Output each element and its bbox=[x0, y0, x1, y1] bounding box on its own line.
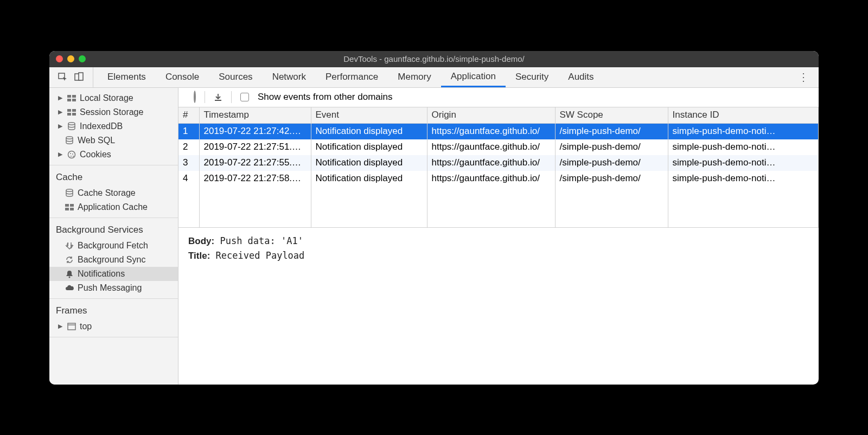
cell-num: 2 bbox=[178, 139, 199, 155]
tab-console[interactable]: Console bbox=[156, 67, 209, 87]
sidebar-group-storage: ▶ Local Storage ▶ Session Storage ▶ Inde… bbox=[49, 88, 178, 165]
sidebar-group-cache: Cache Cache Storage Application Cache bbox=[49, 165, 178, 218]
devtools-window: DevTools - gauntface.github.io/simple-pu… bbox=[49, 51, 819, 385]
svg-point-14 bbox=[70, 153, 71, 154]
maximize-button[interactable] bbox=[79, 55, 86, 62]
sidebar-item-cache-storage[interactable]: Cache Storage bbox=[49, 186, 178, 200]
tab-application[interactable]: Application bbox=[441, 67, 506, 87]
close-button[interactable] bbox=[56, 55, 63, 62]
sidebar-item-top-frame[interactable]: ▶ top bbox=[49, 319, 178, 334]
sidebar-item-label: Notifications bbox=[78, 269, 125, 279]
cell-ts: 2019-07-22 21:27:55.… bbox=[199, 155, 311, 171]
svg-point-13 bbox=[68, 151, 75, 158]
minimize-button[interactable] bbox=[67, 55, 74, 62]
table-header-row: # Timestamp Event Origin SW Scope Instan… bbox=[178, 107, 819, 124]
cell-scope: /simple-push-demo/ bbox=[555, 155, 668, 171]
sidebar-heading-cache: Cache bbox=[49, 169, 178, 186]
sidebar-item-label: Web SQL bbox=[78, 136, 115, 145]
expand-icon: ▶ bbox=[58, 323, 63, 330]
inspect-element-icon[interactable] bbox=[58, 72, 68, 82]
storage-icon bbox=[67, 95, 76, 101]
sidebar-item-label: Local Storage bbox=[80, 93, 133, 103]
col-origin[interactable]: Origin bbox=[427, 107, 555, 124]
svg-point-12 bbox=[66, 136, 73, 138]
col-event[interactable]: Event bbox=[311, 107, 427, 124]
cell-instance: simple-push-demo-noti… bbox=[668, 124, 819, 139]
sidebar-item-background-fetch[interactable]: Background Fetch bbox=[49, 239, 178, 253]
device-toolbar-icon[interactable] bbox=[74, 72, 84, 82]
sidebar-item-push-messaging[interactable]: Push Messaging bbox=[49, 281, 178, 295]
cell-scope: /simple-push-demo/ bbox=[555, 139, 668, 155]
svg-rect-8 bbox=[72, 109, 76, 112]
svg-rect-9 bbox=[67, 113, 71, 116]
cell-ts: 2019-07-22 21:27:51.… bbox=[199, 139, 311, 155]
toolbar-device-icons bbox=[49, 67, 93, 87]
application-sidebar: ▶ Local Storage ▶ Session Storage ▶ Inde… bbox=[49, 88, 178, 385]
col-timestamp[interactable]: Timestamp bbox=[199, 107, 311, 124]
expand-icon: ▶ bbox=[58, 151, 63, 158]
svg-rect-21 bbox=[65, 208, 69, 210]
expand-icon: ▶ bbox=[58, 94, 63, 101]
svg-rect-3 bbox=[67, 95, 71, 98]
tab-security[interactable]: Security bbox=[506, 67, 558, 87]
sidebar-item-background-sync[interactable]: Background Sync bbox=[49, 253, 178, 267]
save-button[interactable] bbox=[214, 93, 222, 101]
notifications-toolbar: Show events from other domains bbox=[178, 88, 819, 107]
sidebar-item-label: Push Messaging bbox=[78, 283, 142, 293]
svg-rect-7 bbox=[67, 109, 71, 112]
svg-point-11 bbox=[68, 122, 75, 124]
cell-event: Notification displayed bbox=[311, 155, 427, 171]
sidebar-heading-bg: Background Services bbox=[49, 221, 178, 239]
tab-memory[interactable]: Memory bbox=[388, 67, 441, 87]
sidebar-heading-frames: Frames bbox=[49, 302, 178, 319]
sidebar-item-cookies[interactable]: ▶ Cookies bbox=[49, 148, 178, 162]
col-swscope[interactable]: SW Scope bbox=[555, 107, 668, 124]
detail-body-label: Body: bbox=[188, 236, 214, 246]
tab-performance[interactable]: Performance bbox=[316, 67, 388, 87]
sidebar-item-local-storage[interactable]: ▶ Local Storage bbox=[49, 91, 178, 105]
sidebar-item-session-storage[interactable]: ▶ Session Storage bbox=[49, 105, 178, 119]
tab-audits[interactable]: Audits bbox=[558, 67, 603, 87]
show-other-domains-checkbox[interactable] bbox=[240, 93, 249, 101]
database-icon bbox=[65, 189, 74, 197]
sidebar-item-indexeddb[interactable]: ▶ IndexedDB bbox=[49, 119, 178, 133]
cell-num: 1 bbox=[178, 124, 199, 139]
col-instanceid[interactable]: Instance ID bbox=[668, 107, 819, 124]
sidebar-item-notifications[interactable]: Notifications bbox=[49, 267, 178, 281]
table-row[interactable]: 32019-07-22 21:27:55.…Notification displ… bbox=[178, 155, 819, 171]
cell-event: Notification displayed bbox=[311, 139, 427, 155]
sidebar-item-websql[interactable]: Web SQL bbox=[49, 133, 178, 148]
clear-button[interactable] bbox=[194, 92, 196, 103]
tabs: ElementsConsoleSourcesNetworkPerformance… bbox=[93, 67, 604, 87]
tab-elements[interactable]: Elements bbox=[98, 67, 156, 87]
sidebar-group-frames: Frames ▶ top bbox=[49, 299, 178, 337]
table-row[interactable]: 22019-07-22 21:27:51.…Notification displ… bbox=[178, 139, 819, 155]
sidebar-item-label: Cache Storage bbox=[78, 188, 136, 198]
sidebar-item-label: IndexedDB bbox=[80, 121, 123, 131]
sidebar-item-application-cache[interactable]: Application Cache bbox=[49, 200, 178, 214]
storage-icon bbox=[65, 204, 74, 210]
sidebar-group-background-services: Background Services Background Fetch Bac… bbox=[49, 218, 178, 299]
table-row-empty bbox=[178, 187, 819, 228]
expand-icon: ▶ bbox=[58, 108, 63, 116]
expand-icon: ▶ bbox=[58, 123, 63, 130]
detail-title: Title: Received Payload bbox=[188, 250, 809, 261]
more-menu-icon[interactable]: ⋮ bbox=[788, 71, 819, 84]
svg-point-18 bbox=[66, 189, 73, 191]
svg-rect-19 bbox=[65, 204, 69, 207]
table-row[interactable]: 42019-07-22 21:27:58.…Notification displ… bbox=[178, 171, 819, 187]
tab-sources[interactable]: Sources bbox=[209, 67, 262, 87]
cookie-icon bbox=[67, 150, 76, 159]
divider bbox=[205, 91, 205, 103]
sidebar-item-label: Cookies bbox=[80, 150, 111, 159]
cell-event: Notification displayed bbox=[311, 171, 427, 187]
tab-network[interactable]: Network bbox=[263, 67, 316, 87]
sidebar-item-label: Application Cache bbox=[78, 202, 148, 212]
col-num[interactable]: # bbox=[178, 107, 199, 124]
cell-event: Notification displayed bbox=[311, 124, 427, 139]
bell-icon bbox=[65, 270, 74, 278]
content-panel: Show events from other domains # Timesta… bbox=[178, 88, 819, 385]
detail-title-label: Title: bbox=[188, 251, 210, 261]
table-row[interactable]: 12019-07-22 21:27:42.…Notification displ… bbox=[178, 124, 819, 139]
cell-origin: https://gauntface.github.io/ bbox=[427, 155, 555, 171]
